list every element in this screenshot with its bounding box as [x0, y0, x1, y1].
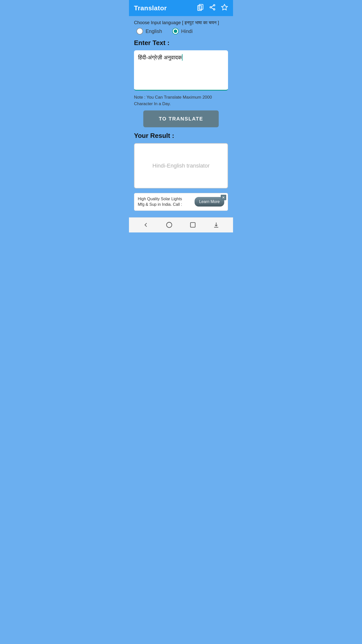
svg-marker-7	[221, 4, 227, 10]
radio-circle-english[interactable]	[137, 28, 143, 34]
text-cursor	[182, 54, 183, 61]
translate-button[interactable]: TO TRANSLATE	[143, 110, 218, 127]
app-title: Translator	[134, 4, 167, 12]
learn-more-button[interactable]: Learn More	[195, 197, 224, 207]
language-section: Choose Input language [ इनपुट भाषा का चय…	[134, 20, 228, 34]
bottom-nav	[129, 217, 233, 232]
ad-banner: ✕ High Quality Solar Lights Mfg & Sup in…	[134, 193, 228, 211]
language-section-label: Choose Input language [ इनपुट भाषा का चय…	[134, 20, 228, 25]
enter-text-label: Enter Text :	[134, 39, 228, 47]
radio-label-hindi: Hindi	[181, 28, 193, 34]
text-input-value: हिंदी-अंग्रेज़ी अनुवादक	[138, 54, 182, 61]
svg-line-5	[211, 6, 213, 7]
text-input-content[interactable]: हिंदी-अंग्रेज़ी अनुवादक	[138, 54, 224, 62]
recents-icon[interactable]	[189, 221, 196, 228]
result-text: Hindi-English translator	[152, 163, 209, 169]
app-bar-icons	[197, 4, 228, 13]
radio-label-english: English	[146, 28, 162, 34]
ad-close-button[interactable]: ✕	[221, 195, 226, 200]
radio-circle-hindi[interactable]	[172, 28, 179, 34]
copy-icon[interactable]	[197, 4, 204, 13]
download-icon[interactable]	[213, 221, 220, 228]
main-content: Choose Input language [ इनपुट भाषा का चय…	[129, 16, 233, 217]
app-bar: Translator	[129, 0, 233, 16]
svg-point-4	[213, 9, 215, 10]
radio-dot-hindi	[174, 29, 177, 33]
text-input-box[interactable]: हिंदी-अंग्रेज़ी अनुवादक	[134, 50, 228, 91]
svg-point-8	[167, 222, 172, 228]
share-icon[interactable]	[209, 4, 216, 13]
svg-point-3	[210, 7, 211, 8]
svg-line-6	[211, 8, 213, 9]
result-box: Hindi-English translator	[134, 143, 228, 188]
svg-rect-1	[198, 6, 202, 11]
svg-rect-9	[190, 223, 195, 227]
home-icon[interactable]	[166, 221, 173, 228]
enter-text-section: Enter Text :	[134, 38, 228, 47]
radio-option-english[interactable]: English	[137, 28, 162, 34]
ad-text: High Quality Solar Lights Mfg & Sup in I…	[138, 196, 195, 208]
radio-option-hindi[interactable]: Hindi	[172, 28, 193, 34]
star-icon[interactable]	[221, 4, 228, 13]
result-section-label: Your Result :	[134, 132, 228, 140]
back-icon[interactable]	[142, 221, 149, 228]
svg-point-2	[213, 4, 215, 6]
result-section-header: Your Result :	[134, 131, 228, 140]
note-text: Note : You Can Translate Maximum 2000 Ch…	[134, 94, 228, 107]
language-radio-group: English Hindi	[134, 28, 228, 34]
